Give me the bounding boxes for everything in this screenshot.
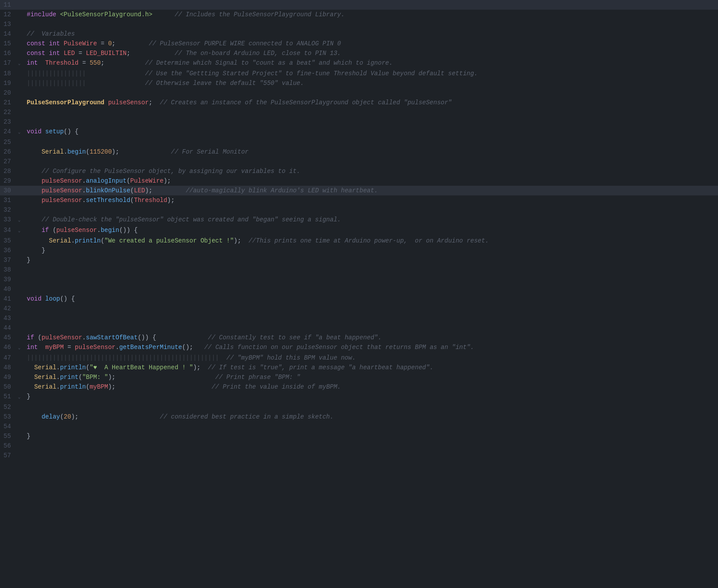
line-content-18: |||||||||||||||| // Use the "Gettting St… bbox=[25, 69, 718, 78]
line-number-11: 11 bbox=[0, 0, 18, 10]
line-number-12: 12 bbox=[0, 10, 18, 19]
line-number-47: 47 bbox=[0, 353, 18, 363]
code-line-49: 49 Serial.print("BPM: "); // Print phras… bbox=[0, 372, 718, 382]
line-content-49: Serial.print("BPM: "); // Print phrase "… bbox=[25, 372, 718, 382]
code-line-26: 26 Serial.begin(115200); // For Serial M… bbox=[0, 147, 718, 157]
line-number-45: 45 bbox=[0, 333, 18, 342]
code-line-36: 36 } bbox=[0, 246, 718, 255]
code-line-18: 18 |||||||||||||||| // Use the "Gettting… bbox=[0, 69, 718, 78]
code-line-33: 33 ⌄ // Double-check the "pulseSensor" o… bbox=[0, 215, 718, 225]
code-line-27: 27 bbox=[0, 157, 718, 166]
line-number-28: 28 bbox=[0, 166, 18, 176]
line-number-55: 55 bbox=[0, 431, 18, 441]
line-number-21: 21 bbox=[0, 98, 18, 107]
code-line-46: 46 ⌄ int myBPM = pulseSensor.getBeatsPer… bbox=[0, 342, 718, 353]
code-line-23: 23 bbox=[0, 117, 718, 127]
line-content-46: int myBPM = pulseSensor.getBeatsPerMinut… bbox=[25, 342, 718, 352]
code-line-31: 31 pulseSensor.setThreshold(Threshold); bbox=[0, 195, 718, 205]
line-content-51: } bbox=[25, 392, 718, 401]
line-number-50: 50 bbox=[0, 382, 18, 392]
line-number-49: 49 bbox=[0, 372, 18, 382]
code-line-43: 43 bbox=[0, 313, 718, 323]
code-line-13: 13 bbox=[0, 19, 718, 29]
line-number-56: 56 bbox=[0, 441, 18, 451]
line-number-37: 37 bbox=[0, 255, 18, 265]
line-content-24: void setup() { bbox=[25, 127, 718, 136]
line-number-17: 17 bbox=[0, 58, 18, 68]
line-number-27: 27 bbox=[0, 157, 18, 166]
code-line-30: 30 pulseSensor.blinkOnPulse(LED); //auto… bbox=[0, 186, 718, 195]
code-line-14: 14 // Variables bbox=[0, 29, 718, 39]
code-line-41: 41 void loop() { bbox=[0, 294, 718, 304]
line-number-26: 26 bbox=[0, 147, 18, 157]
line-number-33: 33 bbox=[0, 215, 18, 224]
code-line-44: 44 bbox=[0, 323, 718, 333]
line-content-47: ||||||||||||||||||||||||||||||||||||||||… bbox=[25, 353, 718, 363]
line-number-22: 22 bbox=[0, 107, 18, 117]
line-content-28: // Configure the PulseSensor object, by … bbox=[25, 166, 718, 176]
line-number-57: 57 bbox=[0, 451, 18, 460]
line-number-29: 29 bbox=[0, 176, 18, 186]
line-content-19: |||||||||||||||| // Otherwise leave the … bbox=[25, 78, 718, 88]
line-number-25: 25 bbox=[0, 137, 18, 147]
line-content-12: #include <PulseSensorPlayground.h> // In… bbox=[25, 10, 718, 19]
line-content-14: // Variables bbox=[25, 29, 718, 39]
code-line-17: 17 ⌄ int Threshold = 550; // Determine w… bbox=[0, 58, 718, 69]
code-line-19: 19 |||||||||||||||| // Otherwise leave t… bbox=[0, 78, 718, 88]
line-number-35: 35 bbox=[0, 236, 18, 246]
line-content-36: } bbox=[25, 246, 718, 255]
line-content-15: const int PulseWire = 0; // PulseSensor … bbox=[25, 39, 718, 48]
code-line-20: 20 bbox=[0, 88, 718, 98]
code-line-45: 45 if (pulseSensor.sawStartOfBeat()) { /… bbox=[0, 333, 718, 342]
code-line-21: 21 PulseSensorPlayground pulseSensor; //… bbox=[0, 98, 718, 107]
code-line-25: 25 bbox=[0, 137, 718, 147]
code-editor: 11 12 #include <PulseSensorPlayground.h>… bbox=[0, 0, 718, 588]
line-content-50: Serial.println(myBPM); // Print the valu… bbox=[25, 382, 718, 392]
line-content-41: void loop() { bbox=[25, 294, 718, 304]
code-line-57: 57 bbox=[0, 451, 718, 460]
code-line-47: 47 |||||||||||||||||||||||||||||||||||||… bbox=[0, 353, 718, 363]
code-line-16: 16 const int LED = LED_BUILTIN; // The o… bbox=[0, 48, 718, 58]
code-line-24: 24 ⌄ void setup() { bbox=[0, 127, 718, 137]
code-line-22: 22 bbox=[0, 107, 718, 117]
code-line-34: 34 ⌄ if (pulseSensor.begin()) { bbox=[0, 225, 718, 236]
code-line-55: 55 } bbox=[0, 431, 718, 441]
line-content-31: pulseSensor.setThreshold(Threshold); bbox=[25, 195, 718, 205]
line-content-55: } bbox=[25, 431, 718, 441]
line-number-15: 15 bbox=[0, 39, 18, 48]
line-content-45: if (pulseSensor.sawStartOfBeat()) { // C… bbox=[25, 333, 718, 342]
line-number-54: 54 bbox=[0, 422, 18, 431]
code-line-48: 48 Serial.println("♥ A HeartBeat Happene… bbox=[0, 363, 718, 372]
line-number-39: 39 bbox=[0, 275, 18, 284]
line-content-33: // Double-check the "pulseSensor" object… bbox=[25, 215, 718, 224]
line-content-16: const int LED = LED_BUILTIN; // The on-b… bbox=[25, 48, 718, 58]
line-number-19: 19 bbox=[0, 78, 18, 88]
line-number-24: 24 bbox=[0, 127, 18, 136]
line-content-34: if (pulseSensor.begin()) { bbox=[25, 225, 718, 235]
line-content-48: Serial.println("♥ A HeartBeat Happened !… bbox=[25, 363, 718, 372]
code-line-56: 56 bbox=[0, 441, 718, 451]
code-line-40: 40 bbox=[0, 284, 718, 294]
code-line-37: 37 } bbox=[0, 255, 718, 265]
code-line-32: 32 bbox=[0, 205, 718, 215]
code-line-39: 39 bbox=[0, 275, 718, 284]
line-number-23: 23 bbox=[0, 117, 18, 127]
line-number-44: 44 bbox=[0, 323, 18, 333]
line-content-35: Serial.println("We created a pulseSensor… bbox=[25, 236, 718, 246]
code-line-52: 52 bbox=[0, 402, 718, 412]
line-number-36: 36 bbox=[0, 246, 18, 255]
line-content-21: PulseSensorPlayground pulseSensor; // Cr… bbox=[25, 98, 718, 107]
line-number-40: 40 bbox=[0, 284, 18, 294]
code-line-50: 50 Serial.println(myBPM); // Print the v… bbox=[0, 382, 718, 392]
code-line-12: 12 #include <PulseSensorPlayground.h> //… bbox=[0, 10, 718, 19]
code-line-11: 11 bbox=[0, 0, 718, 10]
line-number-31: 31 bbox=[0, 195, 18, 205]
code-line-29: 29 pulseSensor.analogInput(PulseWire); bbox=[0, 176, 718, 186]
line-number-16: 16 bbox=[0, 48, 18, 58]
line-number-13: 13 bbox=[0, 19, 18, 29]
line-number-41: 41 bbox=[0, 294, 18, 304]
line-number-34: 34 bbox=[0, 225, 18, 235]
line-number-32: 32 bbox=[0, 205, 18, 215]
code-line-15: 15 const int PulseWire = 0; // PulseSens… bbox=[0, 39, 718, 48]
line-number-53: 53 bbox=[0, 412, 18, 422]
